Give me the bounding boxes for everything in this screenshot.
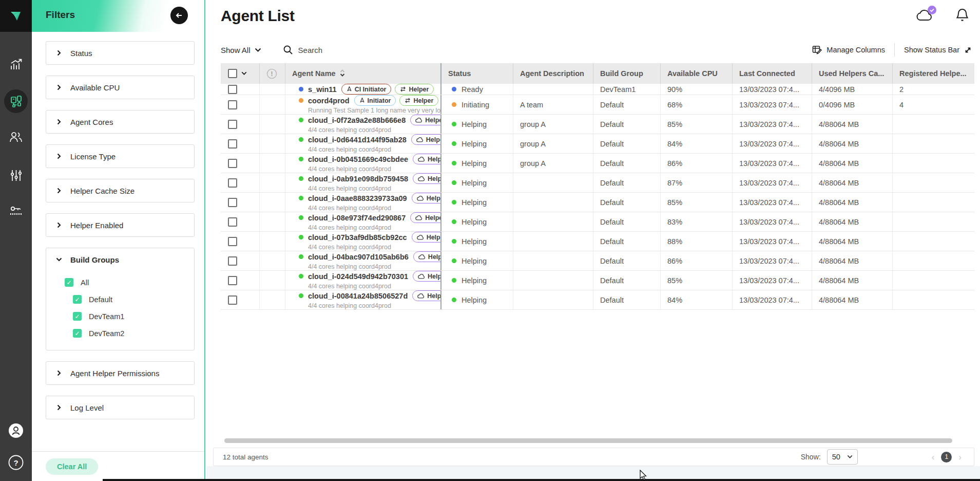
table-row[interactable]: cloud_i-0ab91e098db759458 Helper 4/4 cor… <box>221 173 974 193</box>
notifications-button[interactable] <box>956 8 969 25</box>
filter-section-header[interactable]: Helper Enabled <box>46 214 194 236</box>
clear-all-button[interactable]: Clear All <box>46 458 98 475</box>
row-checkbox[interactable] <box>228 276 237 285</box>
bell-icon <box>956 8 969 23</box>
last-connected-cell: 13/03/2023 07:4... <box>732 232 812 251</box>
table-row[interactable]: coord4prod InitiatorHelper Running Test … <box>221 95 974 115</box>
agent-name-cell: cloud_i-0d6441d144f95ab28 Helper 4/4 cor… <box>285 134 440 153</box>
sidebar-item-license[interactable] <box>0 205 32 217</box>
agent-name-cell: coord4prod InitiatorHelper Running Test … <box>285 95 440 114</box>
search-input[interactable] <box>298 46 411 54</box>
next-page-button[interactable]: › <box>958 453 962 461</box>
filter-section-header[interactable]: Agent Helper Permissions <box>46 362 194 384</box>
registered-helpers-cell <box>892 212 974 231</box>
show-status-bar-button[interactable]: Show Status Bar <box>904 46 972 54</box>
help-button[interactable]: ? <box>0 454 32 471</box>
current-page-badge[interactable]: 1 <box>941 452 952 462</box>
select-menu-chevron-icon[interactable] <box>241 71 247 76</box>
available-cpu-cell: 84% <box>660 290 732 309</box>
agent-badges: Helper <box>410 115 440 125</box>
filter-section-header[interactable]: Agent Cores <box>46 110 194 133</box>
row-checkbox[interactable] <box>228 198 237 207</box>
row-checkbox[interactable] <box>228 100 237 109</box>
status-cell: Helping <box>440 212 513 231</box>
table-row[interactable]: s_win11 CI InitiatorHelper Ready DevTeam… <box>221 84 974 95</box>
sort-icon[interactable] <box>340 69 345 78</box>
column-header-agent-name[interactable]: Agent Name <box>285 63 440 84</box>
row-checkbox[interactable] <box>228 139 237 149</box>
column-header-available-cpu[interactable]: Available CPU <box>660 63 732 84</box>
cloud-status-button[interactable] <box>915 8 934 25</box>
column-header-build-group[interactable]: Build Group <box>593 63 660 84</box>
checkbox-checked[interactable]: ✓ <box>65 278 73 287</box>
prev-page-button[interactable]: ‹ <box>932 453 935 461</box>
table-row[interactable]: cloud_i-04bac907d105ab6b6 Helper 4/4 cor… <box>221 251 974 271</box>
show-all-dropdown[interactable]: Show All <box>221 46 261 54</box>
row-checkbox[interactable] <box>228 237 237 246</box>
row-checkbox[interactable] <box>228 178 237 188</box>
row-checkbox[interactable] <box>228 159 237 168</box>
table-row[interactable]: cloud_i-00841a24b8506527d Helper 4/4 cor… <box>221 290 974 310</box>
description-cell <box>513 193 593 212</box>
column-header-description[interactable]: Agent Description <box>513 63 593 84</box>
registered-helpers-cell: 2 <box>892 84 974 95</box>
agent-badges: Helper <box>412 193 440 203</box>
filter-section-build-groups: Build Groups✓All✓Default✓DevTeam1✓DevTea… <box>46 248 195 350</box>
sidebar-item-users[interactable] <box>0 130 32 144</box>
filter-section-header[interactable]: Available CPU <box>46 76 194 99</box>
table-row[interactable]: cloud_i-0aae8883239733a09 Helper 4/4 cor… <box>221 193 974 212</box>
filter-section-header[interactable]: Log Level <box>46 396 194 419</box>
column-header-last-connected[interactable]: Last Connected <box>732 63 812 84</box>
checkbox-checked[interactable]: ✓ <box>73 295 82 304</box>
filter-section-available-cpu: Available CPU <box>46 76 195 99</box>
row-alert-cell <box>259 134 285 153</box>
table-row[interactable]: cloud_i-0d6441d144f95ab28 Helper 4/4 cor… <box>221 134 974 154</box>
sidebar-item-dashboard[interactable] <box>0 58 32 71</box>
chart-icon <box>9 58 23 71</box>
column-header-used-helpers[interactable]: Used Helpers Ca... <box>812 63 892 84</box>
horizontal-scrollbar[interactable] <box>224 438 952 443</box>
last-connected-cell: 13/03/2023 07:4... <box>732 251 812 270</box>
row-checkbox[interactable] <box>228 217 237 227</box>
row-checkbox[interactable] <box>228 256 237 266</box>
chevron-right-icon <box>55 369 63 377</box>
filter-section-header[interactable]: Helper Cache Size <box>46 179 194 202</box>
row-checkbox[interactable] <box>228 295 237 305</box>
select-all-checkbox[interactable] <box>228 69 237 78</box>
filter-section-header[interactable]: Status <box>46 42 194 64</box>
sidebar-item-settings[interactable] <box>0 169 32 182</box>
user-avatar[interactable] <box>0 422 32 439</box>
filter-sections: StatusAvailable CPUAgent CoresLicense Ty… <box>46 41 195 430</box>
available-cpu-cell: 86% <box>660 251 732 270</box>
filters-panel: Filters StatusAvailable CPUAgent CoresLi… <box>32 0 205 481</box>
collapse-filters-button[interactable] <box>170 7 188 24</box>
agent-badges: Helper <box>412 290 440 301</box>
manage-columns-label: Manage Columns <box>827 46 885 54</box>
mouse-cursor <box>640 470 648 481</box>
used-helpers-cell: 4/88064 MB <box>812 134 892 153</box>
sidebar-item-agents[interactable] <box>0 95 32 108</box>
row-checkbox[interactable] <box>228 120 237 129</box>
brand-logo[interactable] <box>0 0 32 32</box>
filter-option-label: DevTeam2 <box>89 329 124 338</box>
filter-section-header[interactable]: Build Groups <box>46 248 194 271</box>
page-size-select[interactable]: 50 <box>827 449 858 465</box>
checkbox-checked[interactable]: ✓ <box>73 312 82 321</box>
registered-helpers-cell <box>892 154 974 173</box>
used-helpers-cell: 4/88064 MB <box>812 290 892 309</box>
build-group-cell: Default <box>593 232 660 251</box>
table-row[interactable]: cloud_i-07b3af9db85cb92cc Helper 4/4 cor… <box>221 232 974 251</box>
table-row[interactable]: cloud_i-08e973f74ed290867 Helper 4/4 cor… <box>221 212 974 232</box>
table-row[interactable]: cloud_i-0f72a9a2e88b666e8 Helper 4/4 cor… <box>221 115 974 134</box>
agent-state-dot <box>299 118 303 122</box>
status-cell: Helping <box>440 232 513 251</box>
column-header-status[interactable]: Status <box>440 63 513 84</box>
manage-columns-button[interactable]: Manage Columns <box>812 45 885 54</box>
checkbox-checked[interactable]: ✓ <box>73 329 82 338</box>
table-row[interactable]: cloud_i-024d549d942b70301 Helper 4/4 cor… <box>221 271 974 290</box>
row-checkbox[interactable] <box>228 85 237 94</box>
table-row[interactable]: cloud_i-0b0451669c49cbdee Helper 4/4 cor… <box>221 154 974 173</box>
column-header-registered-helpers[interactable]: Registered Helpe... <box>892 63 974 84</box>
agents-table: ! Agent Name Status Agent Description Bu… <box>221 63 974 310</box>
filter-section-header[interactable]: License Type <box>46 145 194 168</box>
